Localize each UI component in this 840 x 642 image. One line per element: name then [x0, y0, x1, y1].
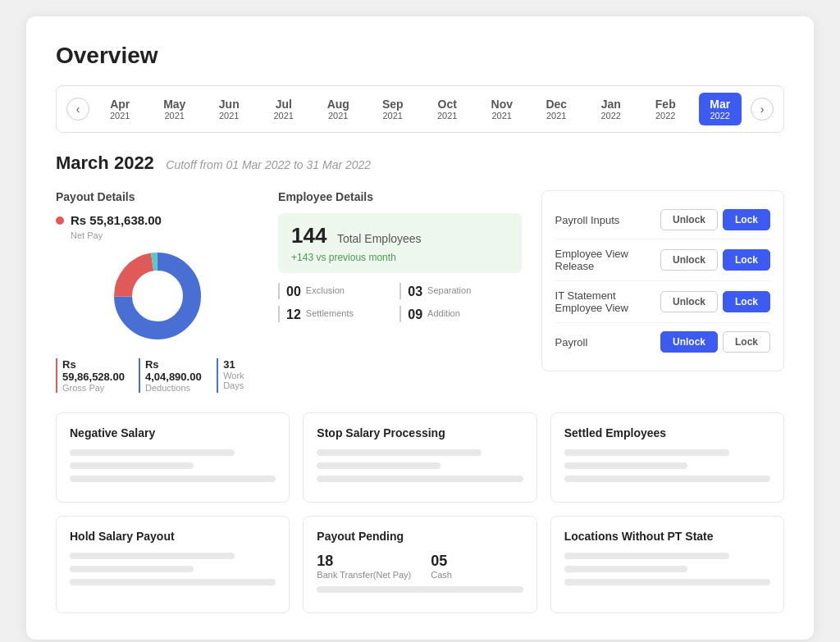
settlements-num: 12 [286, 307, 301, 322]
payroll-btns: Unlock Lock [660, 331, 770, 353]
negative-salary-card[interactable]: Negative Salary [56, 412, 290, 503]
employee-section-title: Employee Details [278, 190, 521, 203]
bank-transfer-num: 18 [317, 553, 411, 570]
payroll-lock-button[interactable]: Lock [723, 331, 770, 353]
month-apr-2021[interactable]: Apr 2021 [98, 93, 141, 125]
cash-num: 05 [431, 553, 452, 570]
content-row: Payout Details Rs 55,81,638.00 Net Pay [56, 190, 784, 393]
separation-num: 03 [408, 285, 422, 299]
net-pay-dot [56, 216, 64, 225]
total-emp-label: Total Employees [337, 232, 422, 245]
gross-pay-amount: Rs 59,86,528.00 [62, 358, 126, 383]
hold-salary-title: Hold Salary Payout [70, 530, 276, 543]
month-feb-2022[interactable]: Feb 2022 [644, 93, 687, 125]
settlements-item: 12 Settlements [278, 306, 399, 322]
separation-label: Separation [427, 285, 471, 297]
net-pay-label-row: Rs 55,81,638.00 [56, 213, 258, 227]
gross-pay-item: Rs 59,86,528.00 Gross Pay [56, 358, 126, 393]
skeleton-line [70, 449, 235, 456]
bottom-cards-grid: Negative Salary Stop Salary Processing S… [56, 412, 784, 613]
payroll-inputs-btns: Unlock Lock [660, 209, 770, 230]
donut-chart-container [56, 247, 258, 345]
timeline-prev-button[interactable]: ‹ [66, 98, 89, 121]
month-mar-2022[interactable]: Mar 2022 [699, 93, 742, 125]
month-oct-2021[interactable]: Oct 2021 [426, 93, 468, 125]
month-sep-2021[interactable]: Sep 2021 [372, 93, 414, 125]
employee-view-lock-button[interactable]: Lock [723, 249, 770, 271]
payout-pending-card[interactable]: Payout Pending 18 Bank Transfer(Net Pay)… [303, 516, 536, 613]
skeleton-line [317, 476, 523, 482]
bank-transfer-label: Bank Transfer(Net Pay) [317, 570, 411, 580]
skeleton-line [317, 462, 441, 469]
timeline-months: Apr 2021 May 2021 Jun 2021 Jul 2021 Aug … [93, 93, 747, 125]
svg-point-3 [133, 271, 182, 321]
gross-pay-label: Gross Pay [62, 383, 126, 393]
skeleton-line [564, 553, 729, 559]
payout-pending-title: Payout Pending [317, 530, 523, 543]
payroll-inputs-lock-button[interactable]: Lock [723, 209, 770, 230]
timeline-next-button[interactable]: › [751, 98, 774, 121]
skeleton-line [70, 553, 235, 559]
lock-row-employee-view: Employee View Release Unlock Lock [555, 239, 770, 281]
month-jul-2021[interactable]: Jul 2021 [262, 93, 305, 125]
settlements-label: Settlements [306, 307, 354, 320]
net-pay-sub-label: Net Pay [71, 230, 258, 240]
skeleton-line [70, 476, 276, 482]
skeleton-line [564, 462, 688, 469]
payroll-label: Payroll [555, 336, 588, 348]
month-aug-2021[interactable]: Aug 2021 [317, 93, 359, 125]
hold-salary-card[interactable]: Hold Salary Payout [56, 516, 290, 613]
emp-grid: 00 Exclusion 03 Separation 12 Settlement… [278, 283, 521, 322]
lock-row-payroll-inputs: Payroll Inputs Unlock Lock [555, 201, 770, 239]
payout-section: Payout Details Rs 55,81,638.00 Net Pay [56, 190, 258, 393]
skeleton-line [70, 579, 276, 585]
skeleton-line [564, 566, 688, 572]
lock-row-payroll: Payroll Unlock Lock [555, 323, 770, 361]
lock-section: Payroll Inputs Unlock Lock Employee View… [541, 190, 784, 393]
separation-item: 03 Separation [399, 283, 521, 299]
donut-chart [108, 247, 207, 345]
stop-salary-card[interactable]: Stop Salary Processing [303, 412, 536, 503]
exclusion-num: 00 [286, 285, 301, 299]
locations-pt-title: Locations Without PT State [564, 530, 770, 543]
stop-salary-title: Stop Salary Processing [317, 426, 523, 439]
timeline: ‹ Apr 2021 May 2021 Jun 2021 Jul 2021 Au… [56, 85, 784, 133]
total-employees-box: 144 Total Employees +143 vs previous mon… [278, 213, 521, 273]
settled-employees-title: Settled Employees [564, 426, 770, 439]
it-statement-label: IT Statement Employee View [555, 289, 660, 314]
deductions-item: Rs 4,04,890.00 Deductions [139, 358, 203, 393]
exclusion-item: 00 Exclusion [278, 283, 399, 299]
payroll-inputs-label: Payroll Inputs [555, 214, 620, 226]
month-jun-2021[interactable]: Jun 2021 [208, 93, 250, 125]
employee-view-unlock-button[interactable]: Unlock [660, 249, 718, 271]
it-statement-lock-button[interactable]: Lock [723, 291, 770, 312]
skeleton-line [564, 579, 770, 585]
work-days-num: 31 [223, 358, 258, 371]
cash-item: 05 Cash [431, 553, 452, 580]
month-dec-2021[interactable]: Dec 2021 [535, 93, 578, 125]
month-nov-2021[interactable]: Nov 2021 [481, 93, 523, 125]
net-pay-amount: Rs 55,81,638.00 [71, 213, 162, 227]
period-cutoff: Cutoff from 01 Mar 2022 to 31 Mar 2022 [166, 158, 371, 171]
lock-row-it-statement: IT Statement Employee View Unlock Lock [555, 281, 770, 323]
settled-employees-card[interactable]: Settled Employees [550, 412, 784, 503]
skeleton-line [70, 462, 194, 469]
locations-pt-card[interactable]: Locations Without PT State [550, 516, 784, 613]
employee-view-btns: Unlock Lock [660, 249, 770, 271]
month-may-2021[interactable]: May 2021 [153, 93, 196, 125]
skeleton-line [564, 476, 770, 482]
skeleton-line [317, 586, 523, 593]
payroll-inputs-unlock-button[interactable]: Unlock [660, 209, 718, 230]
main-card: Overview ‹ Apr 2021 May 2021 Jun 2021 Ju… [26, 16, 814, 640]
work-days-item: 31 Work Days [217, 358, 258, 393]
month-jan-2022[interactable]: Jan 2022 [590, 93, 632, 125]
payroll-unlock-button[interactable]: Unlock [660, 331, 718, 353]
deductions-label: Deductions [145, 383, 203, 393]
employee-section: Employee Details 144 Total Employees +14… [278, 190, 521, 393]
page-title: Overview [56, 43, 784, 69]
lock-card: Payroll Inputs Unlock Lock Employee View… [541, 190, 784, 371]
skeleton-line [317, 449, 482, 456]
addition-item: 09 Addition [399, 306, 521, 322]
it-statement-unlock-button[interactable]: Unlock [660, 291, 718, 312]
total-emp-num: 144 [291, 223, 326, 248]
